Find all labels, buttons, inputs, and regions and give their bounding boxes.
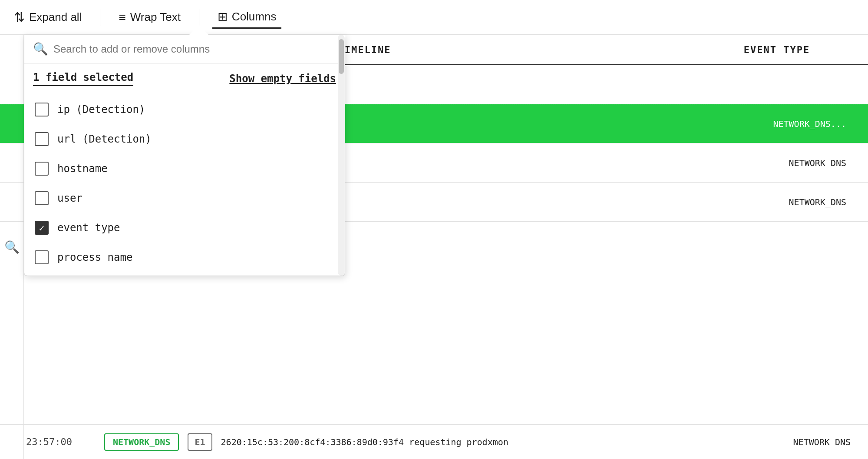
expand-all-label: Expand all bbox=[29, 10, 82, 24]
bottom-time: 23:57:00 bbox=[26, 436, 96, 447]
field-item-hostname[interactable]: hostname bbox=[24, 154, 345, 183]
wrap-text-icon: ≡ bbox=[119, 10, 125, 24]
expand-all-button[interactable]: ⇅ Expand all bbox=[9, 6, 87, 28]
columns-icon: ⊞ bbox=[218, 10, 228, 24]
row-eventtype: NETWORK_DNS bbox=[703, 197, 851, 207]
toolbar-divider-2 bbox=[199, 9, 199, 26]
expand-all-icon: ⇅ bbox=[14, 10, 25, 25]
field-item-process-name[interactable]: process name bbox=[24, 243, 345, 272]
dropdown-search-icon: 🔍 bbox=[33, 42, 48, 56]
field-label-process-name: process name bbox=[57, 251, 132, 263]
fields-selected-label: 1 field selected bbox=[33, 71, 133, 86]
checkbox-user[interactable] bbox=[35, 191, 49, 205]
toolbar: ⇅ Expand all ≡ Wrap Text ⊞ Columns bbox=[0, 0, 868, 35]
main-area: 🔍 TIMELINE EVENT TYPE xx21920re65--ar-er… bbox=[0, 35, 868, 459]
field-label-ip: ip (Detection) bbox=[57, 103, 145, 116]
filter-row: 1 field selected Show empty fields bbox=[24, 63, 345, 91]
network-dns-tag: NETWORK_DNS bbox=[104, 433, 179, 451]
row-eventtype: NETWORK_DNS... bbox=[703, 119, 851, 129]
checkbox-ip[interactable] bbox=[35, 103, 49, 116]
field-label-user: user bbox=[57, 192, 83, 204]
bottom-bar: 23:57:00 NETWORK_DNS E1 2620:15c:53:200:… bbox=[0, 424, 868, 459]
toolbar-divider-1 bbox=[100, 9, 100, 26]
field-label-event-type: event type bbox=[57, 222, 120, 234]
checkbox-process-name[interactable] bbox=[35, 250, 49, 264]
field-item-url[interactable]: url (Detection) bbox=[24, 124, 345, 154]
checkbox-event-type[interactable]: ✓ bbox=[35, 221, 49, 235]
field-item-event-type[interactable]: ✓ event type bbox=[24, 213, 345, 243]
column-search-input[interactable] bbox=[53, 43, 336, 55]
columns-button[interactable]: ⊞ Columns bbox=[212, 6, 282, 29]
scrollbar-track[interactable] bbox=[338, 35, 345, 276]
columns-dropdown: 🔍 1 field selected Show empty fields ip … bbox=[24, 35, 345, 276]
checkbox-hostname[interactable] bbox=[35, 162, 49, 176]
wrap-text-button[interactable]: ≡ Wrap Text bbox=[113, 7, 185, 28]
checkbox-url[interactable] bbox=[35, 132, 49, 146]
search-icon: 🔍 bbox=[4, 240, 20, 254]
wrap-text-label: Wrap Text bbox=[130, 10, 181, 24]
field-list: ip (Detection) url (Detection) hostname … bbox=[24, 91, 345, 276]
field-label-url: url (Detection) bbox=[57, 133, 152, 145]
scrollbar-thumb[interactable] bbox=[339, 39, 344, 74]
field-item-ip[interactable]: ip (Detection) bbox=[24, 95, 345, 124]
col-eventtype-header: EVENT TYPE bbox=[703, 44, 851, 55]
search-row: 🔍 bbox=[24, 35, 345, 63]
field-item-user[interactable]: user bbox=[24, 183, 345, 213]
bottom-eventtype: NETWORK_DNS bbox=[703, 437, 851, 447]
row-eventtype: NETWORK_DNS bbox=[703, 158, 851, 168]
e1-tag: E1 bbox=[188, 433, 212, 451]
bottom-text: 2620:15c:53:200:8cf4:3386:89d0:93f4 requ… bbox=[221, 437, 694, 447]
columns-label: Columns bbox=[232, 10, 277, 23]
dropdown-notch bbox=[189, 25, 208, 35]
show-empty-fields-button[interactable]: Show empty fields bbox=[229, 73, 336, 85]
field-label-hostname: hostname bbox=[57, 163, 108, 175]
checkmark-icon: ✓ bbox=[39, 223, 44, 233]
